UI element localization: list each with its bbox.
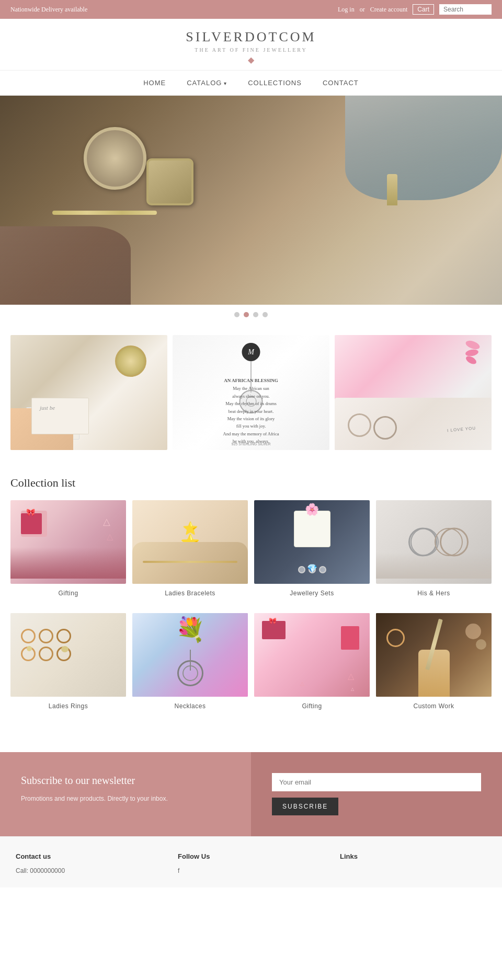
nav-collections[interactable]: COLLECTIONS [248,79,302,87]
feature-card-3[interactable]: I LOVE YOU [335,335,492,450]
newsletter-description: Promotions and new products. Directly to… [21,794,230,804]
r5 [39,647,53,661]
feature-watch [115,345,146,377]
jewellery-items [298,566,326,573]
hero-scarf-decoration [345,96,502,200]
collection-item-jewellery-sets[interactable]: 🌸 Jewellery Sets [254,500,370,597]
feature-blessing-text: AN AFRICAN BLESSING May the African suna… [182,377,320,450]
collection-item-custom[interactable]: Custom Work [376,613,492,710]
collection-section: Collection list 🎀 △ △ Gifting ⭐ [0,460,502,742]
footer-grid: Contact us Call: 0000000000 Follow Us f … [16,852,486,877]
collection-item-gifting[interactable]: 🎀 △ △ Gifting [10,500,126,597]
triangle-gift: △ [300,681,304,686]
custom-ring [386,629,405,647]
feature-card-1[interactable]: just be just be [10,335,167,450]
collection-img-necklaces: 💐 [132,613,248,697]
feature-box: just be [31,398,89,434]
collection-item-gifting2[interactable]: 🎀 △ △ Gifting [254,613,370,710]
bokeh-2 [476,639,486,650]
collection-label-bracelets: Ladies Bracelets [165,590,215,597]
collection-label-gifting2: Gifting [302,702,322,710]
collection-img-jewellery-sets: 🌸 [254,500,370,584]
collection-item-rings[interactable]: Ladies Rings [10,613,126,710]
site-header: SILVERDOTCOM THE ART OF FINE JEWELLERY ◆ [0,19,502,71]
or-text: or [360,6,365,14]
top-bar-right: Log in or Create account Cart [338,4,492,15]
bracelet-chain [143,561,237,563]
rings-grid [16,624,76,666]
top-bar: Nationwide Delivery available Log in or … [0,0,502,19]
hand-shape [418,650,450,697]
ring-hers [440,528,469,557]
triangle-gift2: △ [351,687,354,691]
cart-button[interactable]: Cart [413,4,434,15]
slider-dot-4[interactable] [263,312,268,317]
nav-contact[interactable]: CONTACT [323,79,359,87]
collection-grid-row1: 🎀 △ △ Gifting ⭐ Ladies Bracelets [10,500,492,597]
collection-label-necklaces: Necklaces [175,702,206,710]
nav-home[interactable]: HOME [143,79,166,87]
collection-label-jewellery-sets: Jewellery Sets [290,590,334,597]
footer-follow-title: Follow Us [178,852,324,860]
footer-contact: Contact us Call: 0000000000 [16,852,162,877]
jewel-2 [309,566,316,573]
footer: Contact us Call: 0000000000 Follow Us f … [0,836,502,887]
feature-card-2[interactable]: M AN AFRICAN BLESSING May the African su… [173,335,329,450]
ring-his [408,528,437,557]
collection-item-necklaces[interactable]: 💐 Necklaces [132,613,248,710]
peony-emoji: 💐 [176,616,205,643]
gift-bow-1: 🎀 [26,508,35,517]
hero-watch2-decoration [146,158,193,205]
collection-grid-row2: Ladies Rings 💐 Necklaces [10,613,492,710]
footer-social-links: f [178,866,324,877]
nav-catalog[interactable]: CATALOG [187,79,227,87]
jewel-1 [298,566,305,573]
feature-material: 925 STERLING SILVER [232,442,271,446]
jewel-3 [319,566,326,573]
footer-contact-title: Contact us [16,852,162,860]
hero-chain-decoration [52,211,157,215]
collection-img-gifting2: 🎀 △ △ [254,613,370,697]
slider-dot-1[interactable] [234,312,239,317]
newsletter-right: SUBSCRIBE [251,752,502,836]
bokeh-1 [465,624,481,639]
gradient-overlay-1 [10,547,126,579]
main-nav: HOME CATALOG COLLECTIONS CONTACT [0,71,502,96]
slider-dot-2[interactable] [244,312,249,317]
collection-label-gifting1: Gifting [58,590,78,597]
collection-img-rings [10,613,126,697]
email-input[interactable] [272,773,481,791]
arm-shape [132,542,248,584]
bow-a: 🎀 [269,617,277,625]
ring-1 [348,413,371,437]
delivery-text: Nationwide Delivery available [10,6,87,14]
collection-img-bracelets: ⭐ [132,500,248,584]
feature-logo-letter: M [248,348,254,356]
subscribe-button[interactable]: SUBSCRIBE [272,798,338,815]
feature-rings [348,413,397,440]
slider-dot-3[interactable] [253,312,258,317]
collection-img-custom [376,613,492,697]
collection-item-bracelets[interactable]: ⭐ Ladies Bracelets [132,500,248,597]
newsletter-section: Subscribe to our newsletter Promotions a… [0,752,502,836]
collection-img-his-hers [376,500,492,584]
site-tagline: THE ART OF FINE JEWELLERY [0,47,502,53]
diamond-top [27,646,32,651]
collection-label-custom: Custom Work [414,702,454,710]
create-account-link[interactable]: Create account [370,6,408,14]
hero-slider [0,96,502,305]
hero-key-decoration [387,174,397,205]
necklace-chain [190,650,191,671]
collection-label-rings: Ladies Rings [49,702,88,710]
login-link[interactable]: Log in [338,6,355,14]
search-input[interactable] [439,4,492,15]
collection-item-his-hers[interactable]: His & Hers [376,500,492,597]
hero-fabric-decoration [0,226,131,305]
r2 [39,629,53,643]
footer-links: Links [340,852,486,877]
slider-dots [0,305,502,325]
r1 [21,629,36,643]
site-title: SILVERDOTCOM [0,29,502,45]
giftbox-b [341,626,359,650]
footer-contact-phone: Call: 0000000000 [16,866,162,877]
